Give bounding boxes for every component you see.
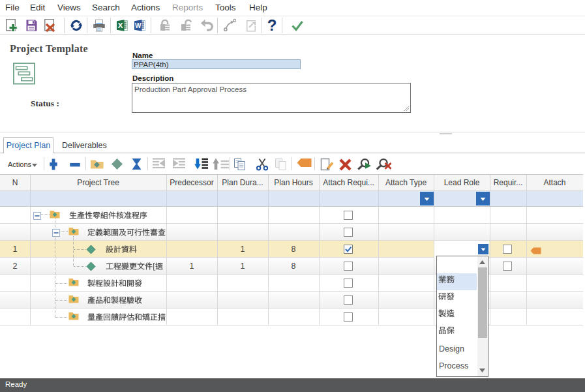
svg-text:W: W — [135, 22, 142, 29]
svg-text:?: ? — [267, 19, 277, 33]
svg-text:X: X — [118, 22, 123, 29]
